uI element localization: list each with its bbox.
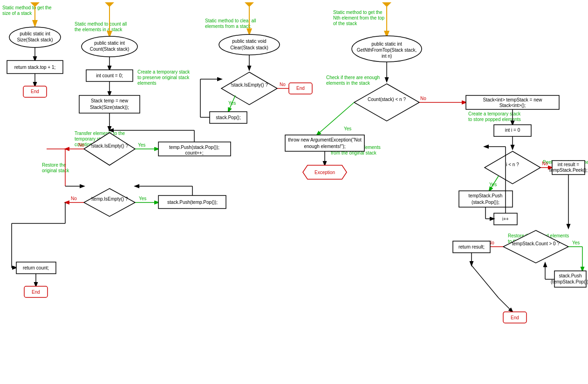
getnth-title3: of the stack [333, 21, 357, 26]
getnth-title2: Nth element from the top [333, 15, 384, 20]
clear-no-label: No [280, 82, 286, 87]
getnth-check-annotation1: Check if there are enough [326, 75, 380, 80]
getnth-tempstack-annotation1: Create a temporary stack [468, 111, 521, 116]
count-title1: Static method to count all [75, 21, 127, 27]
flowchart-container: Static method to get the size of a stack… [0, 0, 588, 384]
count-push-text2: count++; [185, 150, 204, 155]
getnth-inc-text: i++ [502, 216, 509, 222]
size-start-text1: public static int [20, 31, 50, 36]
getnth-end-text: End [511, 315, 519, 320]
clear-diamond-text: !stack.IsEmpty() ? [231, 82, 268, 88]
clear-start-text2: Clear(Stack stack) [230, 45, 268, 50]
clear-diamond [221, 72, 277, 105]
clear-start-text1: public static void [232, 39, 266, 44]
count-no-label1: No [78, 142, 84, 148]
svg-line-51 [499, 298, 513, 312]
count-annotation1: Create a temporary stack [137, 69, 190, 74]
getnth-start-text2: GetNthFromTop(Stack stack, [357, 47, 417, 53]
getnth-throw-text1: throw new ArgumentException("Not [288, 137, 362, 142]
count-start-text2: Count(Stack stack) [90, 47, 129, 52]
getnth-no-label2: No [542, 161, 548, 166]
count-annotation4: Transfer elements to the [75, 131, 125, 136]
count-returncount-text: return count; [23, 265, 49, 270]
getnth-tempstack-annotation2: to store popped elements [468, 117, 521, 122]
count-yes-label2: Yes [139, 196, 146, 201]
count-end-text: End [32, 290, 40, 295]
size-end-text: End [31, 89, 39, 94]
getnth-diamond2 [485, 151, 540, 184]
getnth-yes-label1: Yes [344, 126, 351, 131]
getnth-tempstack-text1: Stack<int> tempStack = new [483, 97, 542, 102]
getnth-returnresult-text: return result; [458, 244, 485, 249]
getnth-restore-text1: stack.Push [559, 273, 582, 278]
getnth-start-text1: public static int [371, 41, 402, 47]
size-title2: size of a stack [2, 11, 32, 16]
count-push-text1: temp.Push(stack.Pop()); [169, 145, 219, 150]
count-no-label2: No [71, 196, 77, 201]
count-restore-annotation1: Restore the [42, 162, 66, 168]
getnth-temppush-text2: (stack.Pop()); [472, 200, 499, 205]
count-pushback-text: stack.Push(temp.Pop()); [167, 200, 218, 205]
getnth-yes-label3: Yes [572, 240, 580, 245]
count-diamond1-text1: !stack.IsEmpty() ? [91, 143, 128, 148]
count-diamond2-text: !temp.IsEmpty() ? [91, 196, 128, 202]
clear-title2: elements from a stack [205, 24, 251, 29]
size-title: Static method to get the [2, 5, 52, 10]
getnth-tempstack-text2: Stack<int>(); [499, 103, 526, 108]
getnth-restore-text2: (tempStack.Pop()); [551, 279, 588, 284]
getnth-i-text: int i = 0 [505, 128, 520, 133]
clear-title1: Static method to clear all [205, 18, 256, 23]
count-annotation3: elements [137, 81, 157, 86]
size-start-text2: Size(Stack stack) [17, 37, 53, 42]
getnth-temppush-text1: tempStack.Push [469, 193, 503, 198]
count-temp-text2: Stack(Size(stack)); [90, 105, 129, 110]
getnth-result-text1: int result = [558, 162, 580, 167]
count-start-text1: public static int [94, 40, 125, 46]
count-yes-label1: Yes [138, 142, 145, 148]
getnth-start-text3: int n) [382, 54, 392, 59]
getnth-diamond2-text: i < n ? [506, 162, 519, 167]
getnth-result-text2: tempStack.Peek(); [549, 168, 588, 173]
getnth-diamond1-text: Count(stack) < n ? [368, 97, 406, 102]
clear-yes-label: Yes [228, 101, 236, 106]
getnth-diamond3-text: tempStack.Count > 0 ? [512, 241, 560, 246]
getnth-check-annotation2: elements in the stack [326, 81, 370, 86]
count-annotation2: to preserve original stack [137, 75, 190, 80]
getnth-throw-text2: enough elements!"); [304, 144, 345, 149]
count-diamond2 [84, 189, 135, 216]
count-title2: the elements in a stack [75, 27, 123, 32]
getnth-yes-label2: Yes [489, 182, 497, 187]
count-init-text: int count = 0; [96, 73, 123, 78]
getnth-no-label1: No [420, 96, 426, 101]
getnth-title1: Static method to get the [333, 10, 383, 15]
clear-pop-text: stack.Pop(); [216, 115, 240, 120]
size-return-text: return stack.top + 1; [14, 65, 56, 70]
svg-line-50 [472, 265, 499, 298]
count-temp-text1: Stack temp = new [91, 98, 129, 103]
clear-end-text: End [296, 86, 305, 91]
clear-start-ellipse [219, 34, 280, 55]
getnth-diamond1 [354, 84, 419, 121]
getnth-exception-text: Exception [315, 170, 335, 175]
main-svg: Static method to get the size of a stack… [0, 0, 588, 384]
